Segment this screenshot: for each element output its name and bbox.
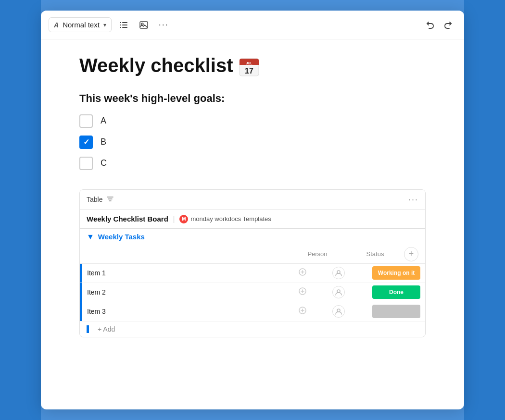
svg-rect-4 — [122, 25, 127, 25]
add-column-button[interactable]: + — [404, 247, 418, 261]
undo-button[interactable] — [422, 17, 438, 33]
svg-rect-1 — [120, 25, 121, 25]
checkbox-c[interactable] — [79, 157, 93, 170]
svg-rect-3 — [122, 22, 127, 23]
svg-rect-2 — [120, 27, 121, 28]
image-icon — [139, 20, 149, 30]
svg-text:17: 17 — [245, 67, 254, 75]
image-button[interactable] — [136, 17, 152, 33]
toolbar: A Normal text ▾ — [41, 11, 464, 39]
person-avatar-3 — [332, 305, 345, 318]
add-subitem-icon-3[interactable] — [298, 306, 307, 317]
checkbox-a[interactable] — [79, 114, 93, 128]
group-chevron-icon[interactable]: ▼ — [87, 233, 94, 241]
text-format-label: Normal text — [63, 21, 100, 29]
redo-button[interactable] — [440, 17, 456, 33]
checklist-item-b: B — [79, 136, 426, 149]
checklist-label-b: B — [101, 137, 106, 147]
status-col-label: Status — [366, 250, 384, 258]
group-name: Weekly Tasks — [98, 233, 145, 241]
board-separator: | — [173, 215, 175, 223]
checkbox-b[interactable] — [79, 136, 93, 149]
svg-rect-0 — [120, 22, 121, 23]
col-header-status: Status — [346, 250, 404, 258]
svg-point-18 — [337, 309, 340, 312]
col-header-person: Person — [289, 250, 346, 258]
row-actions-2 — [295, 287, 310, 297]
row-status-1[interactable]: Working on it — [367, 264, 425, 282]
board-content: ▼ Weekly Tasks Person Status + — [80, 229, 425, 337]
checklist-item-a: A — [79, 114, 426, 128]
undo-icon — [425, 20, 435, 30]
row-person-2[interactable] — [310, 286, 367, 298]
more-options-icon: ··· — [159, 20, 169, 30]
monday-source-label: monday workdocs Templates — [190, 215, 271, 222]
row-person-3[interactable] — [310, 305, 367, 318]
redo-icon — [443, 20, 454, 30]
row-name-1[interactable]: Item 1 — [82, 265, 295, 281]
calendar-emoji: JUL 17 — [239, 55, 260, 77]
app-container: A Normal text ▾ — [0, 0, 505, 420]
editor-window: A Normal text ▾ — [41, 11, 464, 409]
row-person-1[interactable] — [310, 267, 367, 279]
svg-text:JUL: JUL — [246, 62, 253, 65]
column-headers: Person Status + — [80, 245, 425, 264]
checklist-label-a: A — [101, 116, 106, 126]
widget-more-icon[interactable]: ··· — [408, 195, 418, 205]
table-row: Item 2 Done — [80, 283, 425, 302]
checklist-item-c: C — [79, 157, 426, 170]
add-subitem-icon-2[interactable] — [298, 287, 307, 297]
toolbar-right — [422, 17, 456, 33]
row-status-2[interactable]: Done — [367, 284, 425, 301]
row-actions-3 — [295, 306, 310, 317]
chevron-down-icon: ▾ — [103, 22, 106, 28]
section-heading: This week's high-level goals: — [79, 92, 426, 105]
row-actions-1 — [295, 268, 310, 278]
table-label: Table — [87, 196, 102, 203]
checklist: A B C — [79, 114, 426, 170]
text-format-selector[interactable]: A Normal text ▾ — [49, 17, 112, 32]
monday-badge: M monday workdocs Templates — [179, 215, 271, 223]
group-header: ▼ Weekly Tasks — [80, 229, 425, 245]
table-row: Item 1 Working on it — [80, 264, 425, 283]
editor-content: Weekly checklist JUL 17 This — [41, 39, 464, 409]
list-button[interactable] — [115, 17, 132, 33]
checklist-label-c: C — [101, 158, 107, 168]
list-icon — [118, 20, 129, 30]
status-badge-empty — [372, 305, 420, 318]
board-header: Weekly Checklist Board | M monday workdo… — [80, 210, 425, 229]
table-widget-header: Table ··· — [80, 190, 425, 210]
table-widget-header-left: Table — [87, 195, 114, 204]
svg-point-14 — [337, 271, 340, 273]
status-badge-working: Working on it — [372, 266, 420, 280]
more-options-button[interactable]: ··· — [156, 17, 172, 33]
row-status-3[interactable] — [367, 303, 425, 320]
table-row: Item 3 — [80, 302, 425, 321]
status-badge-done: Done — [372, 285, 420, 299]
text-format-icon: A — [54, 21, 59, 29]
row-name-3[interactable]: Item 3 — [82, 304, 295, 319]
person-avatar-2 — [332, 286, 345, 298]
add-row-label: + Add — [93, 325, 115, 333]
board-title: Weekly Checklist Board — [87, 215, 168, 223]
add-row-button[interactable]: + Add — [80, 321, 425, 337]
row-name-2[interactable]: Item 2 — [82, 284, 295, 300]
table-widget: Table ··· Weekly Checklist Board | — [79, 189, 426, 337]
svg-rect-6 — [140, 22, 148, 28]
page-title-text: Weekly checklist — [79, 55, 233, 76]
svg-rect-5 — [122, 27, 127, 28]
person-avatar-1 — [332, 267, 345, 279]
add-subitem-icon-1[interactable] — [298, 268, 307, 278]
svg-point-16 — [337, 290, 340, 293]
monday-logo: M — [179, 215, 188, 223]
person-col-label: Person — [307, 250, 327, 258]
page-title: Weekly checklist JUL 17 — [79, 55, 426, 77]
calendar-icon: JUL 17 — [239, 56, 260, 77]
row-stripe-add — [87, 325, 89, 333]
filter-icon[interactable] — [106, 195, 114, 204]
